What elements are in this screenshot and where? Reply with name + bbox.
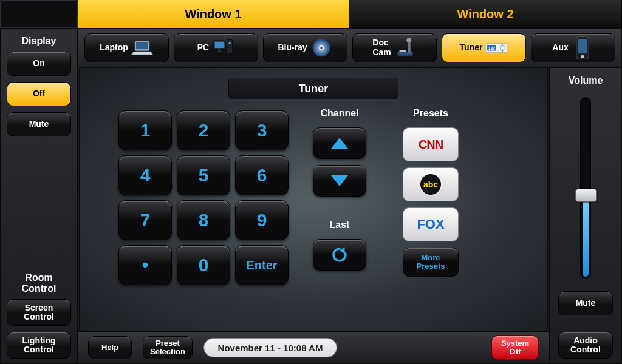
tab-window-1[interactable]: Window 1 [78, 0, 350, 28]
key-dot[interactable]: • [118, 245, 172, 285]
source-row: Laptop PC Blu-ray Doc Cam Tuner [78, 28, 622, 67]
source-tuner-label: Tuner [460, 43, 483, 52]
display-mute-button[interactable]: Mute [7, 112, 71, 136]
source-aux[interactable]: Aux [531, 33, 615, 62]
tuner-icon: 123 [485, 36, 508, 59]
source-pc[interactable]: PC [174, 33, 258, 62]
key-9[interactable]: 9 [235, 200, 289, 240]
key-enter[interactable]: Enter [235, 245, 289, 285]
volume-slider[interactable] [580, 97, 591, 279]
svg-rect-12 [397, 52, 412, 55]
svg-text:123: 123 [489, 46, 496, 50]
key-1[interactable]: 1 [118, 110, 172, 150]
key-6[interactable]: 6 [235, 155, 289, 195]
key-3[interactable]: 3 [235, 110, 289, 150]
preset-1[interactable]: CNN [403, 127, 459, 161]
last-channel-button[interactable] [313, 239, 366, 271]
source-doccam-label: Doc Cam [372, 38, 391, 57]
volume-title: Volume [569, 75, 603, 86]
display-title: Display [7, 36, 71, 47]
laptop-icon [131, 36, 154, 59]
preset-2-logo: abc [420, 174, 441, 195]
more-presets-button[interactable]: More Presets [403, 248, 459, 277]
display-off-button[interactable]: Off [7, 82, 71, 106]
presets-label: Presets [413, 108, 448, 119]
source-laptop[interactable]: Laptop [84, 33, 169, 62]
svg-rect-4 [218, 49, 221, 51]
screen-control-button[interactable]: Screen Control [7, 299, 71, 326]
phone-icon [571, 36, 594, 59]
preset-3-logo: FOX [417, 217, 444, 232]
help-button[interactable]: Help [88, 336, 132, 359]
key-7[interactable]: 7 [118, 200, 172, 240]
tab-window-2[interactable]: Window 2 [350, 0, 622, 28]
volume-thumb[interactable] [575, 189, 597, 202]
last-label: Last [330, 220, 350, 231]
svg-rect-3 [215, 41, 225, 47]
datetime-display: November 11 - 10:08 AM [203, 338, 337, 357]
main-title: Tuner [228, 78, 398, 99]
source-doccam[interactable]: Doc Cam [352, 33, 437, 62]
volume-mute-button[interactable]: Mute [558, 291, 613, 315]
source-tuner[interactable]: Tuner 123 [442, 33, 526, 62]
svg-point-7 [229, 42, 231, 44]
preset-1-logo: CNN [419, 138, 443, 152]
channel-label: Channel [320, 108, 358, 119]
key-2[interactable]: 2 [177, 110, 230, 150]
preset-2[interactable]: abc [403, 167, 459, 201]
source-laptop-label: Laptop [100, 43, 128, 52]
key-4[interactable]: 4 [118, 155, 172, 195]
right-sidebar: Volume Mute Audio Control [549, 67, 622, 364]
logo-corner [0, 0, 78, 28]
source-aux-label: Aux [552, 43, 568, 52]
key-0[interactable]: 0 [177, 245, 230, 285]
audio-control-button[interactable]: Audio Control [558, 332, 613, 359]
pc-icon [211, 36, 234, 59]
keypad: 1 2 3 4 5 6 7 8 9 • 0 Enter [118, 110, 289, 318]
display-on-button[interactable]: On [7, 52, 71, 76]
lighting-control-button[interactable]: Lighting Control [7, 332, 71, 359]
svg-rect-5 [216, 51, 223, 52]
disc-icon [310, 36, 333, 59]
system-off-button[interactable]: System Off [491, 335, 539, 360]
main-panel: Tuner 1 2 3 4 5 6 7 8 9 • 0 Enter Channe… [79, 67, 548, 331]
room-control-title: Room Control [7, 272, 71, 294]
svg-rect-6 [227, 39, 233, 53]
refresh-icon [329, 244, 350, 265]
svg-point-14 [406, 38, 411, 42]
volume-fill [583, 194, 589, 277]
chevron-down-icon [331, 175, 348, 186]
preset-3[interactable]: FOX [403, 207, 459, 241]
source-bluray[interactable]: Blu-ray [263, 33, 347, 62]
source-pc-label: PC [197, 43, 209, 52]
bottom-bar: Help Preset Selection November 11 - 10:0… [78, 331, 549, 364]
preset-selection-button[interactable]: Preset Selection [143, 336, 193, 359]
left-sidebar: Display On Off Mute Room Control Screen … [0, 28, 78, 364]
svg-point-24 [581, 55, 584, 58]
key-5[interactable]: 5 [177, 155, 230, 195]
svg-point-11 [320, 47, 322, 49]
svg-rect-23 [578, 39, 587, 53]
channel-up-button[interactable] [313, 127, 366, 159]
svg-rect-1 [136, 42, 149, 49]
svg-rect-15 [399, 50, 406, 52]
source-bluray-label: Blu-ray [278, 43, 307, 52]
chevron-up-icon [331, 138, 348, 149]
doccam-icon [394, 36, 417, 59]
key-8[interactable]: 8 [177, 200, 230, 240]
channel-down-button[interactable] [313, 165, 366, 197]
